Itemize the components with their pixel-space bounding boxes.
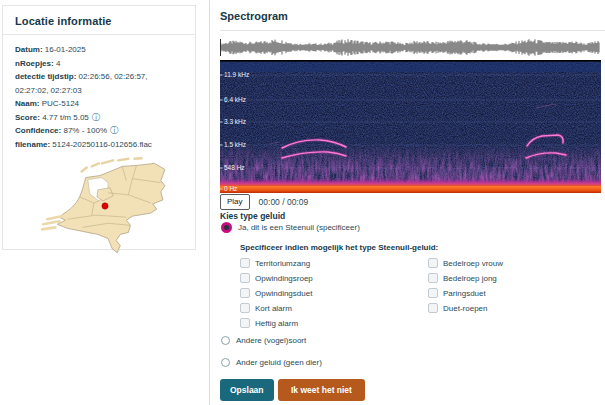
radio-option-other-sound[interactable]: Ander geluid (geen dier)	[221, 358, 322, 367]
card-title: Locatie informatie	[3, 6, 195, 35]
checkbox[interactable]	[240, 288, 250, 298]
title-divider	[220, 30, 605, 31]
map-container	[37, 156, 183, 254]
checkbox-option[interactable]: Territoriumzang	[240, 258, 313, 268]
location-info-card: Locatie informatie Datum: 16-01-2025nRoe…	[2, 5, 196, 250]
location-fields: Datum: 16-01-2025nRoepjes: 4detectie tij…	[15, 43, 183, 151]
checkbox-option[interactable]: Bedelroep vrouw	[428, 258, 503, 268]
checkbox-label: Territoriumzang	[255, 259, 310, 268]
radio-option-steenuil[interactable]: Ja, dit is een Steenuil (specificeer)	[221, 222, 360, 233]
checkbox-label: Heftig alarm	[255, 319, 298, 328]
checkbox[interactable]	[428, 288, 438, 298]
info-field: Score: 4.77 t/m 5.05ⓘ	[15, 111, 183, 125]
netherlands-map	[37, 156, 171, 254]
checkbox[interactable]	[240, 273, 250, 283]
info-field: nRoepjes: 4	[15, 57, 183, 71]
radio-selected[interactable]	[221, 222, 232, 233]
checkbox-option[interactable]: Paringsduet	[428, 288, 503, 298]
map-zeeland-islands	[42, 216, 61, 229]
checkbox[interactable]	[240, 318, 250, 328]
checkbox-option[interactable]: Kort alarm	[240, 303, 313, 313]
checkbox-label: Bedelroep jong	[443, 274, 497, 283]
checkbox[interactable]	[428, 273, 438, 283]
radio-option-other-bird[interactable]: Andere (vogel)soort	[221, 336, 306, 345]
checkbox[interactable]	[240, 303, 250, 313]
checkbox-col-left: TerritoriumzangOpwindingsroepOpwindingsd…	[240, 258, 313, 328]
checkbox-option[interactable]: Heftig alarm	[240, 318, 313, 328]
info-field: Naam: PUC-5124	[15, 97, 183, 111]
info-field: detectie tijdstip: 02:26:56, 02:26:57, 0…	[15, 70, 183, 97]
playback-time: 00:00 / 00:09	[259, 197, 309, 207]
checkbox[interactable]	[240, 258, 250, 268]
checkbox-label: Kort alarm	[255, 304, 292, 313]
audio-waveform	[220, 37, 601, 58]
svg-text:1.5 kHz: 1.5 kHz	[224, 141, 246, 148]
location-marker	[102, 203, 108, 209]
checkbox-option[interactable]: Opwindingsduet	[240, 288, 313, 298]
save-button[interactable]: Opslaan	[220, 379, 274, 401]
info-field: filename: 5124-20250116-012656.flac	[15, 138, 183, 152]
checkbox-label: Duet-roepen	[443, 304, 487, 313]
checkbox-label: Opwindingsduet	[255, 289, 312, 298]
checkbox[interactable]	[428, 258, 438, 268]
info-field: Datum: 16-01-2025	[15, 43, 183, 57]
dont-know-button[interactable]: Ik weet het niet	[278, 379, 365, 401]
spectrogram-panel: Spectrogram	[209, 0, 605, 405]
radio-unselected[interactable]	[221, 336, 230, 345]
radio-label: Andere (vogel)soort	[236, 336, 306, 345]
checkbox-label: Opwindingsroep	[255, 274, 313, 283]
svg-text:3.3 kHz: 3.3 kHz	[224, 118, 246, 125]
checkbox-option[interactable]: Bedelroep jong	[428, 273, 503, 283]
checkbox[interactable]	[428, 303, 438, 313]
panel-title: Spectrogram	[220, 10, 288, 22]
info-icon[interactable]: ⓘ	[110, 124, 119, 138]
checkbox-label: Paringsduet	[443, 289, 486, 298]
map-mainland	[57, 163, 165, 252]
checkbox-option[interactable]: Opwindingsroep	[240, 273, 313, 283]
radio-unselected[interactable]	[221, 358, 230, 367]
checkbox-label: Bedelroep vrouw	[443, 259, 503, 268]
spectrogram-image: 11.9 kHz6.4 kHz3.3 kHz1.5 kHz548 Hz0 Hz	[220, 60, 601, 193]
svg-text:548 Hz: 548 Hz	[224, 164, 245, 171]
radio-label: Ander geluid (geen dier)	[236, 358, 322, 367]
svg-text:11.9 kHz: 11.9 kHz	[224, 71, 249, 78]
specify-heading: Specificeer indien mogelijk het type Ste…	[240, 243, 438, 252]
checkbox-col-right: Bedelroep vrouwBedelroep jongParingsduet…	[428, 258, 503, 313]
radio-label: Ja, dit is een Steenuil (specificeer)	[238, 223, 360, 232]
choose-sound-type-heading: Kies type geluid	[220, 211, 285, 221]
play-button[interactable]: Play	[220, 194, 250, 210]
svg-text:6.4 kHz: 6.4 kHz	[224, 96, 246, 103]
info-field: Confidence: 87% - 100%ⓘ	[15, 124, 183, 138]
svg-text:0 Hz: 0 Hz	[224, 185, 237, 192]
info-icon[interactable]: ⓘ	[92, 111, 101, 125]
checkbox-option[interactable]: Duet-roepen	[428, 303, 503, 313]
